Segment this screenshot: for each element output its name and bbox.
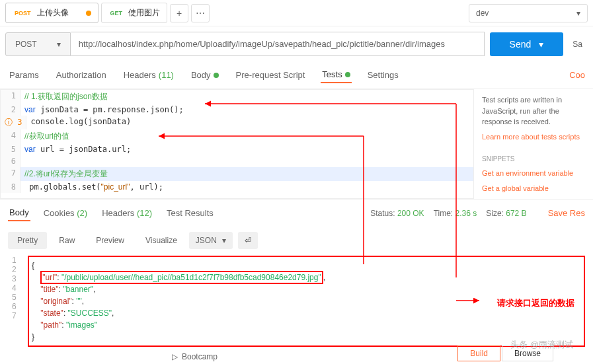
chevron-down-icon: ▾ (539, 39, 543, 50)
line-numbers: 1234567 (12, 256, 17, 320)
save-response-button[interactable]: Save Res (548, 208, 585, 218)
learn-more-link[interactable]: Learn more about tests scripts (482, 131, 585, 143)
test-script-editor[interactable]: 1// 1.获取返回的json数据 2var jsonData = pm.res… (0, 89, 474, 199)
view-preview[interactable]: Preview (87, 232, 134, 249)
send-button[interactable]: Send ▾ (490, 32, 564, 56)
dot-icon (345, 72, 350, 77)
method-badge: GET (108, 9, 125, 17)
wrap-button[interactable]: ⏎ (238, 232, 258, 249)
snippet-env-var[interactable]: Get an environment variable (482, 168, 585, 179)
tab-label: 使用图片 (128, 7, 160, 18)
add-tab-button[interactable]: + (170, 4, 188, 22)
resp-tab-headers[interactable]: Headers (12) (100, 205, 153, 221)
tab-tests[interactable]: Tests (321, 67, 351, 83)
tab-authorization[interactable]: Authorization (55, 67, 108, 83)
sidebar-description: Test scripts are written in JavaScript, … (482, 94, 585, 127)
view-pretty[interactable]: Pretty (8, 232, 47, 249)
chevron-down-icon: ▾ (57, 40, 61, 49)
tab-body[interactable]: Body (190, 67, 220, 83)
snippet-global-var[interactable]: Get a global variable (482, 183, 585, 194)
tab-headers[interactable]: Headers (11) (122, 67, 175, 83)
snippets-title: SNIPPETS (482, 154, 585, 164)
request-tab-use-image[interactable]: GET 使用图片 (101, 3, 168, 23)
chevron-down-icon: ▾ (576, 9, 580, 18)
annotation-text: 请求接口返回的数据 (497, 297, 574, 309)
resp-tab-testresults[interactable]: Test Results (165, 205, 215, 221)
view-raw[interactable]: Raw (50, 232, 84, 249)
method-select[interactable]: POST ▾ (5, 32, 71, 56)
resp-tab-cookies[interactable]: Cookies (2) (42, 205, 89, 221)
request-tab-upload[interactable]: POST 上传头像 (5, 3, 99, 23)
tab-prerequest[interactable]: Pre-request Script (235, 67, 307, 83)
response-meta: Status: 200 OK Time: 2.36 s Size: 672 B (370, 209, 526, 218)
tab-settings[interactable]: Settings (366, 67, 400, 83)
bootcamp-button[interactable]: ▷ Bootcamp (172, 352, 217, 361)
tab-menu-button[interactable]: ⋯ (191, 4, 210, 22)
environment-select[interactable]: dev ▾ (469, 4, 588, 22)
save-button[interactable]: Sa (567, 33, 588, 55)
method-badge: POST (13, 9, 33, 17)
build-tab[interactable]: Build (457, 346, 500, 361)
tab-label: 上传头像 (37, 7, 69, 18)
bootcamp-icon: ▷ (172, 352, 178, 361)
tab-params[interactable]: Params (8, 67, 40, 83)
cookies-link[interactable]: Coo (569, 70, 585, 80)
format-select[interactable]: JSON ▾ (189, 232, 233, 249)
unsaved-dot-icon (86, 11, 91, 16)
scripts-sidebar: Test scripts are written in JavaScript, … (474, 89, 593, 199)
watermark: 头条 @雨滴测试 (510, 339, 573, 351)
url-input[interactable] (71, 32, 485, 56)
dot-icon (214, 73, 219, 78)
view-visualize[interactable]: Visualize (136, 232, 186, 249)
resp-tab-body[interactable]: Body (8, 205, 30, 221)
chevron-down-icon: ▾ (222, 236, 226, 245)
